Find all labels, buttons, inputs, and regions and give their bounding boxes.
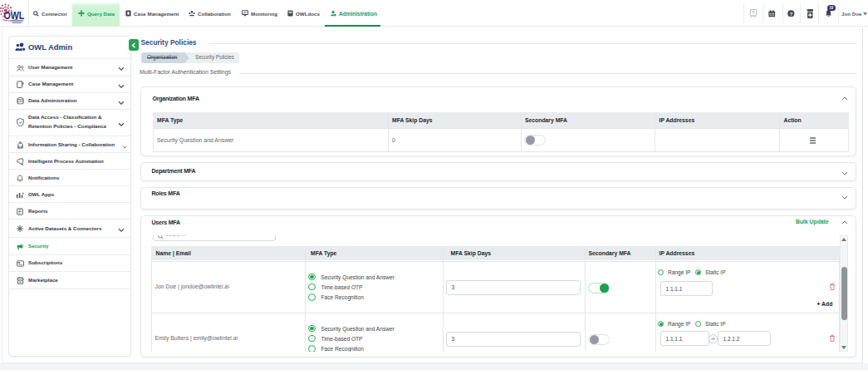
svg-text:OWL: OWL bbox=[4, 8, 25, 22]
svg-text:?: ? bbox=[789, 10, 792, 16]
